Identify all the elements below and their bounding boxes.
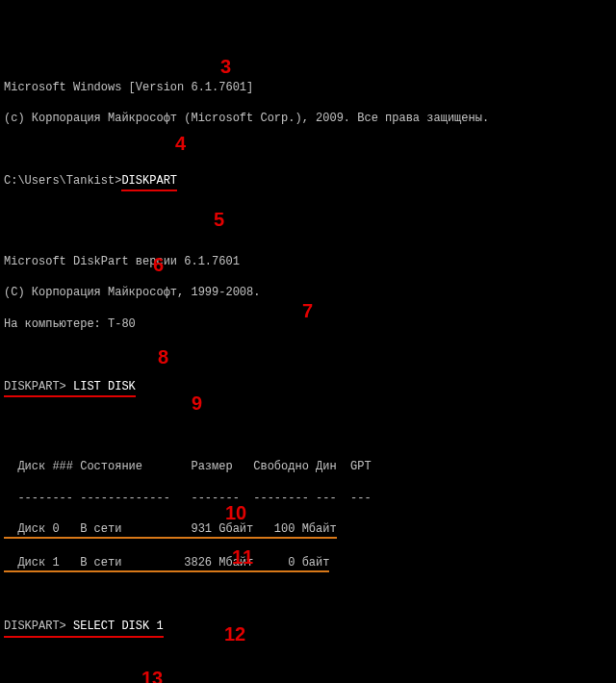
annotation-7: 7	[302, 298, 313, 324]
annotation-4: 4	[175, 131, 186, 157]
disk-row-1: Диск 1 В сети 3826 Мбайт 0 байт	[4, 555, 329, 572]
disk-row-0: Диск 0 В сети 931 Gбайт 100 Мбайт	[4, 521, 337, 539]
annotation-11: 11	[232, 544, 253, 570]
terminal-container: { "header": { "line1": "Microsoft Window…	[4, 17, 612, 683]
header-line-1: Microsoft Windows [Version 6.1.7601]	[4, 80, 612, 95]
disk-table-sep: -------- ------------- ------- -------- …	[4, 491, 612, 506]
annotation-3: 3	[220, 54, 231, 80]
dp-prompt: DISKPART>	[4, 620, 66, 633]
annotation-10: 10	[225, 500, 246, 526]
dp-prompt: DISKPART>	[4, 380, 66, 393]
cmd-select-disk[interactable]: SELECT DISK 1	[66, 620, 164, 633]
annotation-13: 13	[141, 666, 163, 683]
annotation-5: 5	[214, 207, 224, 233]
annotation-6: 6	[153, 252, 164, 278]
cmd-list-disk[interactable]: LIST DISK	[66, 380, 136, 393]
header-line-2: (c) Корпорация Майкрософт (Microsoft Cor…	[4, 111, 612, 126]
disk-table-header: Диск ### Состояние Размер Свободно Дин G…	[4, 459, 612, 474]
cmd-diskpart[interactable]: DISKPART	[121, 173, 177, 191]
annotation-8: 8	[158, 344, 168, 370]
user-prompt: C:\Users\Tankist>	[4, 174, 121, 188]
annotation-12: 12	[224, 621, 245, 647]
diskpart-version: Microsoft DiskPart версии 6.1.7601	[4, 254, 612, 269]
annotation-9: 9	[192, 391, 202, 417]
